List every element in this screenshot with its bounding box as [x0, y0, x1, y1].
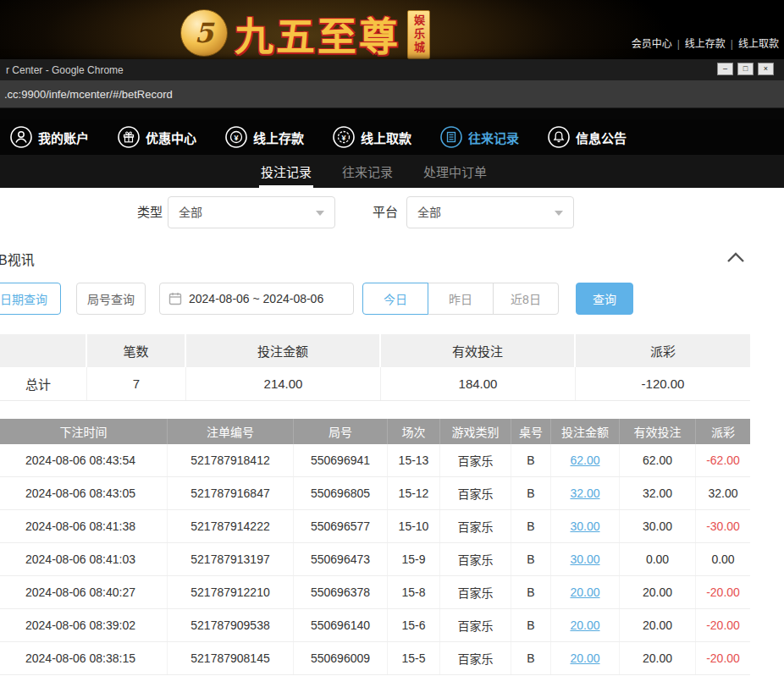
- cell-game: 百家乐: [440, 642, 511, 674]
- cell-session: 15-12: [388, 477, 440, 509]
- cell-table: B: [511, 642, 551, 674]
- cell-round: 550696941: [294, 444, 388, 476]
- logo-coin-icon: 5: [180, 9, 228, 57]
- round-query-button[interactable]: 局号查询: [76, 283, 146, 315]
- cell-round: 550696805: [294, 477, 388, 509]
- user-icon: [10, 126, 32, 148]
- nav-transaction-records[interactable]: 往来记录: [440, 126, 519, 148]
- maximize-button[interactable]: □: [737, 63, 754, 75]
- bell-icon: [548, 126, 570, 148]
- quick-range-group: 今日 昨日 近8日: [362, 283, 559, 315]
- nav-deposit[interactable]: ¥ 线上存款: [225, 126, 304, 148]
- link-member-center[interactable]: 会员中心: [632, 38, 672, 50]
- nav-promotions[interactable]: 优惠中心: [118, 126, 196, 148]
- window-titlebar[interactable]: r Center - Google Chrome – □ ×: [0, 59, 784, 80]
- summary-payout: -120.00: [576, 367, 750, 400]
- chevron-down-icon: [316, 211, 324, 216]
- yesterday-button[interactable]: 昨日: [428, 283, 494, 315]
- col-round: 局号: [294, 419, 388, 444]
- collapse-section-button[interactable]: [726, 251, 745, 267]
- cell-payout: 0.00: [696, 543, 750, 575]
- summary-total-label: 总计: [0, 367, 87, 400]
- nav-withdraw[interactable]: ¥ 线上取款: [333, 126, 411, 148]
- cell-table: B: [511, 477, 551, 509]
- cell-valid: 32.00: [620, 477, 696, 509]
- cell-session: 15-10: [388, 510, 440, 542]
- nav-announcements[interactable]: 信息公告: [548, 126, 627, 148]
- window-controls: – □ ×: [717, 63, 774, 75]
- cell-table: B: [511, 576, 551, 608]
- svg-text:¥: ¥: [235, 134, 239, 142]
- cell-session: 15-8: [388, 576, 440, 608]
- type-select-value: 全部: [179, 206, 202, 219]
- address-bar[interactable]: .cc:9900/infe/mcenter/#/betRecord: [0, 80, 784, 108]
- link-online-withdraw[interactable]: 线上取款: [738, 38, 779, 50]
- date-query-button[interactable]: 日期查询: [0, 283, 61, 315]
- table-row: 2024-08-06 08:39:02 521787909538 5506961…: [0, 609, 750, 642]
- cell-table: B: [511, 510, 551, 542]
- summary-bet: 214.00: [186, 367, 381, 400]
- cell-valid: 20.00: [620, 609, 696, 641]
- bet-amount-link[interactable]: 30.00: [551, 510, 620, 542]
- cell-game: 百家乐: [440, 444, 511, 476]
- platform-select[interactable]: 全部: [406, 196, 574, 228]
- cell-valid: 0.00: [620, 543, 696, 575]
- bet-amount-link[interactable]: 32.00: [551, 477, 620, 509]
- chevron-up-icon: [726, 251, 745, 263]
- cell-table: B: [511, 543, 551, 575]
- bet-amount-link[interactable]: 30.00: [551, 543, 620, 575]
- cell-game: 百家乐: [440, 609, 511, 641]
- link-online-deposit[interactable]: 线上存款: [685, 38, 726, 50]
- bet-amount-link[interactable]: 20.00: [551, 576, 620, 608]
- nav-label: 往来记录: [468, 129, 519, 146]
- nav-my-account[interactable]: 我的账户: [10, 126, 89, 148]
- cell-table: B: [511, 444, 551, 476]
- summary-header-payout: 派彩: [576, 334, 750, 367]
- cell-order: 521787914222: [168, 510, 294, 542]
- summary-header-row: 笔数 投注金额 有效投注 派彩: [0, 334, 750, 367]
- cell-time: 2024-08-06 08:40:27: [0, 576, 168, 608]
- cell-game: 百家乐: [440, 576, 511, 608]
- cell-time: 2024-08-06 08:41:38: [0, 510, 168, 542]
- cell-payout: -30.00: [696, 510, 750, 542]
- type-select[interactable]: 全部: [168, 196, 335, 228]
- page-top-gap: [0, 108, 784, 119]
- cell-payout: -20.00: [696, 576, 750, 608]
- tab-processing-orders[interactable]: 处理中订单: [423, 155, 487, 188]
- table-header-row: 下注时间 注单编号 局号 场次 游戏类别 桌号 投注金额 有效投注 派彩: [0, 419, 750, 444]
- bet-record-table: 下注时间 注单编号 局号 场次 游戏类别 桌号 投注金额 有效投注 派彩 202…: [0, 419, 750, 675]
- cell-order: 521787909538: [168, 609, 294, 641]
- site-logo: 5 九五至尊 娱乐城: [180, 5, 430, 61]
- col-session: 场次: [388, 419, 440, 444]
- minimize-button[interactable]: –: [717, 63, 733, 75]
- member-nav: 我的账户 优惠中心 ¥ 线上存款 ¥ 线上取款 往来记录 信息公告: [0, 119, 784, 155]
- col-game: 游戏类别: [440, 419, 511, 444]
- cell-game: 百家乐: [440, 477, 511, 509]
- cell-time: 2024-08-06 08:38:15: [0, 642, 168, 674]
- col-valid: 有效投注: [620, 419, 696, 444]
- last-8-days-button[interactable]: 近8日: [493, 283, 559, 315]
- table-row: 2024-08-06 08:41:03 521787913197 5506964…: [0, 543, 750, 576]
- close-button[interactable]: ×: [758, 63, 774, 75]
- tab-transaction-records[interactable]: 往来记录: [342, 155, 393, 188]
- bet-amount-link[interactable]: 20.00: [551, 609, 620, 641]
- today-button[interactable]: 今日: [362, 283, 428, 315]
- tab-bet-records[interactable]: 投注记录: [261, 155, 312, 188]
- bet-amount-link[interactable]: 20.00: [551, 642, 620, 674]
- cell-payout: -20.00: [696, 642, 750, 674]
- search-button[interactable]: 查询: [576, 283, 633, 315]
- cell-valid: 20.00: [620, 642, 696, 674]
- cell-session: 15-9: [388, 543, 440, 575]
- cell-session: 15-13: [388, 444, 440, 476]
- table-row: 2024-08-06 08:43:54 521787918412 5506969…: [0, 444, 750, 477]
- cell-payout: 32.00: [696, 477, 750, 509]
- cell-game: 百家乐: [440, 543, 511, 575]
- summary-header-count: 笔数: [87, 334, 186, 367]
- cell-game: 百家乐: [440, 510, 511, 542]
- date-range-value: 2024-08-06 ~ 2024-08-06: [189, 292, 323, 305]
- bet-amount-link[interactable]: 62.00: [551, 444, 620, 476]
- date-range-input[interactable]: 2024-08-06 ~ 2024-08-06: [159, 283, 354, 315]
- cell-valid: 30.00: [620, 510, 696, 542]
- summary-header-empty: [0, 334, 87, 367]
- svg-text:¥: ¥: [342, 134, 346, 142]
